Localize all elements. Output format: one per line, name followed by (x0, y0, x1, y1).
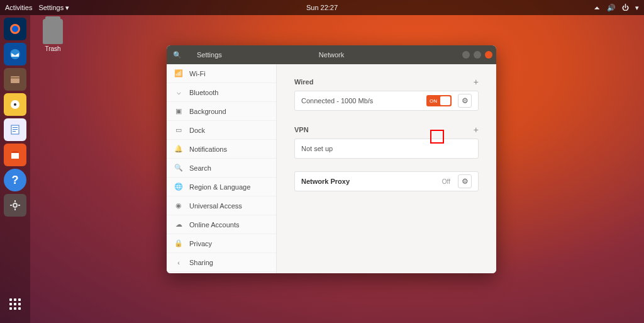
trash-label: Trash (38, 45, 68, 52)
wired-status-label: Connected - 1000 Mb/s (301, 97, 420, 105)
privacy-icon: 🔒 (174, 239, 183, 247)
wired-connection-row: Connected - 1000 Mb/s ON ⚙ (294, 91, 479, 111)
svg-rect-10 (13, 131, 16, 132)
launcher-libreoffice[interactable] (4, 118, 26, 141)
search-icon[interactable]: 🔍 (167, 51, 188, 59)
window-title-left: Settings (197, 51, 222, 59)
gear-icon: ⚙ (462, 96, 469, 105)
apps-grid-icon (9, 298, 21, 310)
app-menu[interactable]: Settings ▾ (38, 4, 69, 12)
sidebar-item-label: Sharing (189, 259, 213, 266)
show-applications-button[interactable] (0, 292, 30, 317)
sidebar-item-region-language[interactable]: 🌐Region & Language (167, 178, 276, 196)
launcher-files[interactable] (4, 68, 26, 91)
top-panel: Activities Settings ▾ Sun 22:27 ⏶ 🔊 ⏻ ▾ (0, 0, 644, 15)
svg-rect-8 (13, 127, 18, 128)
power-indicator-icon[interactable]: ⏻ (622, 4, 629, 11)
sidebar-item-universal-access[interactable]: ◉Universal Access (167, 196, 276, 215)
sidebar-item-dock[interactable]: ▭Dock (167, 121, 276, 140)
sharing-icon: ‹ (174, 259, 183, 266)
sidebar-item-background[interactable]: ▣Background (167, 102, 276, 121)
sidebar-item-label: Bluetooth (189, 89, 218, 96)
window-title-center: Network (319, 51, 344, 59)
svg-point-12 (13, 203, 17, 207)
launcher-software[interactable] (4, 144, 26, 166)
svg-rect-11 (11, 153, 19, 159)
launcher-rhythmbox[interactable] (4, 93, 26, 116)
wired-toggle[interactable]: ON (426, 95, 452, 106)
sidebar-item-online-accounts[interactable]: ☁Online Accounts (167, 215, 276, 234)
activities-button[interactable]: Activities (5, 4, 32, 11)
window-maximize-button[interactable] (474, 51, 481, 59)
vpn-heading: VPN (294, 126, 309, 133)
vpn-row: Not set up (294, 139, 479, 159)
window-titlebar[interactable]: 🔍 Settings Network (167, 45, 496, 64)
svg-rect-9 (13, 129, 18, 130)
sidebar-item-label: Region & Language (189, 183, 250, 191)
window-minimize-button[interactable] (462, 51, 470, 59)
sidebar-item-sharing[interactable]: ‹Sharing (167, 253, 276, 272)
system-menu-chevron-icon[interactable]: ▾ (635, 4, 639, 12)
add-wired-button[interactable]: + (474, 77, 479, 87)
gear-icon: ⚙ (462, 177, 469, 186)
sidebar-item-label: Privacy (189, 240, 212, 247)
proxy-settings-button[interactable]: ⚙ (458, 174, 472, 188)
wired-settings-button[interactable]: ⚙ (458, 94, 472, 108)
sidebar-item-search[interactable]: 🔍Search (167, 159, 276, 178)
universal-access-icon: ◉ (174, 201, 183, 210)
sidebar-item-label: Dock (189, 127, 205, 134)
network-indicator-icon[interactable]: ⏶ (594, 4, 601, 11)
sidebar-item-label: Background (189, 108, 226, 115)
dock-icon: ▭ (174, 126, 183, 134)
vpn-status-label: Not set up (301, 145, 472, 152)
sidebar-item-notifications[interactable]: 🔔Notifications (167, 140, 276, 159)
launcher-thunderbird[interactable] (4, 43, 26, 65)
sidebar-item-label: Wi-Fi (189, 70, 206, 77)
sidebar-item-label: Universal Access (189, 202, 242, 210)
launcher-settings[interactable] (4, 194, 26, 217)
background-icon: ▣ (174, 107, 183, 115)
svg-point-1 (12, 26, 18, 32)
sidebar-item-bluetooth[interactable]: ⌵Bluetooth (167, 83, 276, 102)
clock[interactable]: Sun 22:27 (306, 4, 338, 11)
settings-content: Wired + Connected - 1000 Mb/s ON ⚙ VPN +… (277, 64, 496, 273)
proxy-state: Off (442, 178, 450, 185)
search-icon: 🔍 (174, 164, 183, 172)
settings-window: 🔍 Settings Network 📶Wi-Fi⌵Bluetooth▣Back… (167, 45, 496, 273)
network-proxy-row: Network Proxy Off ⚙ (294, 171, 479, 191)
window-close-button[interactable] (485, 51, 492, 59)
desktop-trash[interactable]: Trash (38, 19, 68, 52)
sidebar-item-label: Online Accounts (189, 221, 240, 229)
sidebar-item-privacy[interactable]: 🔒Privacy (167, 234, 276, 253)
notifications-icon: 🔔 (174, 145, 183, 153)
sidebar-item-label: Notifications (189, 145, 227, 153)
settings-sidebar: 📶Wi-Fi⌵Bluetooth▣Background▭Dock🔔Notific… (167, 64, 277, 273)
trash-icon (43, 19, 63, 44)
launcher-firefox[interactable] (4, 18, 26, 40)
sidebar-item-label: Search (189, 164, 211, 172)
volume-indicator-icon[interactable]: 🔊 (607, 4, 616, 12)
bluetooth-icon: ⌵ (174, 88, 183, 96)
add-vpn-button[interactable]: + (474, 125, 479, 135)
svg-rect-4 (11, 77, 19, 79)
wired-heading: Wired (294, 78, 313, 86)
sidebar-item-wi-fi[interactable]: 📶Wi-Fi (167, 64, 276, 83)
proxy-label: Network Proxy (301, 178, 436, 185)
svg-point-6 (14, 103, 16, 106)
region-language-icon: 🌐 (174, 183, 183, 191)
launcher-help[interactable]: ? (4, 169, 26, 191)
wi-fi-icon: 📶 (174, 69, 183, 77)
online-accounts-icon: ☁ (174, 220, 183, 229)
sidebar-item-sound[interactable]: 🔊Sound (167, 272, 276, 273)
launcher-dock: ? (0, 15, 30, 323)
